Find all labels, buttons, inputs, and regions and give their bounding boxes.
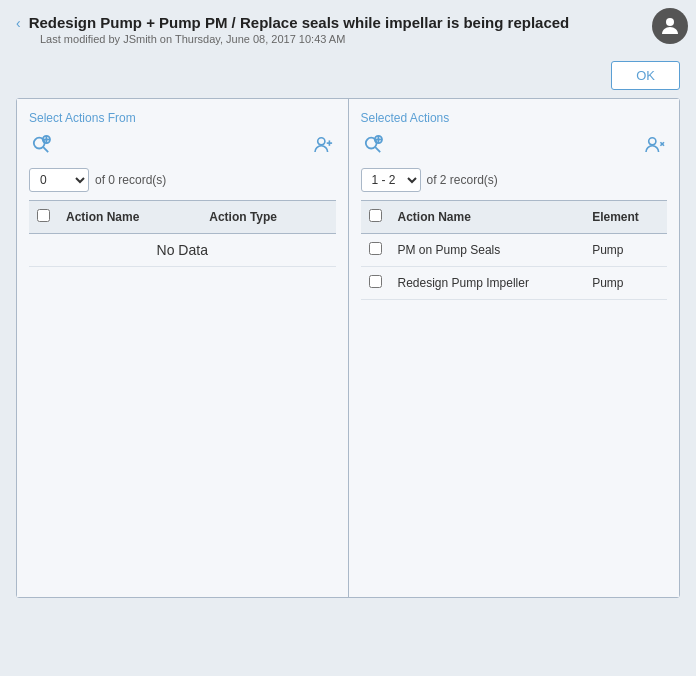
right-pagination: 1 - 2 of 2 record(s)	[361, 168, 668, 192]
left-no-data-row: No Data	[29, 234, 336, 267]
right-panel-label: Selected Actions	[361, 111, 668, 125]
left-select-all-checkbox[interactable]	[37, 209, 50, 222]
left-header-cb	[29, 201, 58, 234]
right-page-select[interactable]: 1 - 2	[361, 168, 421, 192]
left-person-add-icon[interactable]	[314, 135, 334, 158]
svg-point-6	[317, 138, 324, 145]
right-header-element: Element	[584, 201, 667, 234]
right-person-icon[interactable]	[645, 135, 665, 158]
left-search-icon[interactable]	[31, 135, 51, 158]
right-icons-row	[361, 135, 668, 158]
right-table-header: Action Name Element	[361, 201, 668, 234]
left-table: Action Name Action Type No Data	[29, 200, 336, 267]
right-header-action-name: Action Name	[390, 201, 585, 234]
right-records-label: of 2 record(s)	[427, 173, 498, 187]
last-modified-text: Last modified by JSmith on Thursday, Jun…	[40, 33, 680, 45]
left-icons-row	[29, 135, 336, 158]
row-element[interactable]: Pump	[584, 234, 667, 267]
right-table: Action Name Element PM on Pump Seals Pum…	[361, 200, 668, 300]
left-pagination: 0 of 0 record(s)	[29, 168, 336, 192]
left-no-data: No Data	[29, 234, 336, 267]
main-panel: Select Actions From	[16, 98, 680, 598]
right-select-all-checkbox[interactable]	[369, 209, 382, 222]
row-action-name[interactable]: Redesign Pump Impeller	[390, 267, 585, 300]
right-table-row: Redesign Pump Impeller Pump	[361, 267, 668, 300]
svg-point-0	[666, 18, 674, 26]
left-header-action-name: Action Name	[58, 201, 201, 234]
right-search-icon[interactable]	[363, 135, 383, 158]
avatar[interactable]	[652, 8, 688, 44]
left-table-header: Action Name Action Type	[29, 201, 336, 234]
row-checkbox-cell	[361, 234, 390, 267]
left-panel-label: Select Actions From	[29, 111, 336, 125]
svg-line-2	[43, 147, 48, 152]
row-element[interactable]: Pump	[584, 267, 667, 300]
row-checkbox[interactable]	[369, 242, 382, 255]
ok-button[interactable]: OK	[611, 61, 680, 90]
left-records-label: of 0 record(s)	[95, 173, 166, 187]
right-header-cb	[361, 201, 390, 234]
left-header-action-type: Action Type	[201, 201, 335, 234]
header: ‹ Redesign Pump + Pump PM / Replace seal…	[0, 0, 696, 53]
left-page-select[interactable]: 0	[29, 168, 89, 192]
page-title: Redesign Pump + Pump PM / Replace seals …	[29, 14, 570, 31]
back-button[interactable]: ‹	[16, 15, 21, 31]
right-table-row: PM on Pump Seals Pump	[361, 234, 668, 267]
svg-point-14	[649, 138, 656, 145]
left-panel: Select Actions From	[17, 99, 349, 597]
right-panel: Selected Actions	[349, 99, 680, 597]
row-action-name[interactable]: PM on Pump Seals	[390, 234, 585, 267]
row-checkbox[interactable]	[369, 275, 382, 288]
top-actions: OK	[0, 53, 696, 98]
svg-line-10	[375, 147, 380, 152]
row-checkbox-cell	[361, 267, 390, 300]
